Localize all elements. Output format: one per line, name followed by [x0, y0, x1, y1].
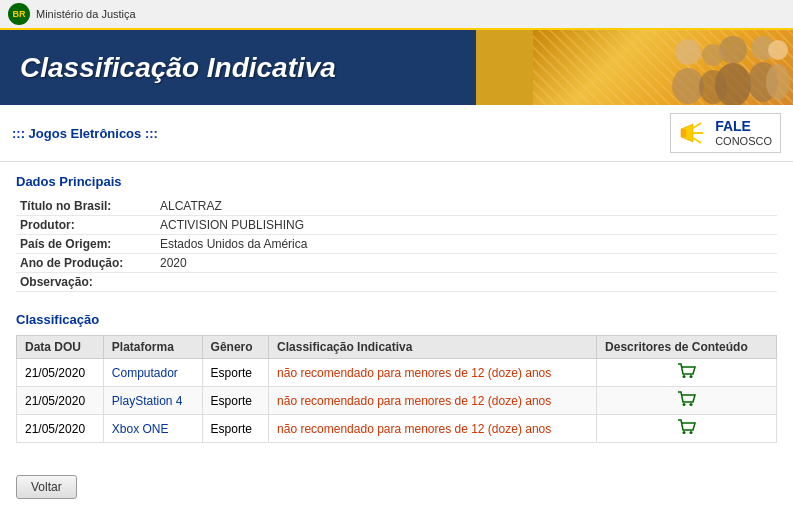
- header-banner: Classificação Indicativa: [0, 30, 793, 105]
- cart-icon[interactable]: [677, 369, 697, 383]
- voltar-button[interactable]: Voltar: [16, 475, 77, 499]
- col-genero: Gênero: [202, 336, 268, 359]
- cell-genero: Esporte: [202, 387, 268, 415]
- col-classificacao-indicativa: Classificação Indicativa: [269, 336, 597, 359]
- svg-point-20: [689, 431, 692, 434]
- header-photo: [533, 30, 793, 105]
- ano-row: Ano de Produção: 2020: [16, 254, 777, 273]
- obs-value: [156, 273, 777, 292]
- cell-plataforma[interactable]: PlayStation 4: [103, 387, 202, 415]
- titulo-row: Título no Brasil: ALCATRAZ: [16, 197, 777, 216]
- table-header-row: Data DOU Plataforma Gênero Classificação…: [17, 336, 777, 359]
- pais-label: País de Origem:: [16, 235, 156, 254]
- titulo-label: Título no Brasil:: [16, 197, 156, 216]
- cell-plataforma[interactable]: Computador: [103, 359, 202, 387]
- table-row: 21/05/2020Xbox ONEEsportenão recomendado…: [17, 415, 777, 443]
- cell-data-dou: 21/05/2020: [17, 359, 104, 387]
- dados-principais-title: Dados Principais: [16, 174, 777, 189]
- pais-value: Estados Unidos da América: [156, 235, 777, 254]
- cell-genero: Esporte: [202, 415, 268, 443]
- svg-point-7: [699, 70, 727, 104]
- button-area: Voltar: [16, 459, 777, 499]
- svg-point-18: [689, 403, 692, 406]
- classificacao-section: Classificação Data DOU Plataforma Gênero…: [16, 312, 777, 443]
- svg-point-4: [675, 39, 701, 65]
- gov-bar: BR Ministério da Justiça: [0, 0, 793, 30]
- pais-row: País de Origem: Estados Unidos da Améric…: [16, 235, 777, 254]
- svg-point-16: [689, 375, 692, 378]
- breadcrumb[interactable]: ::: Jogos Eletrônicos :::: [12, 126, 158, 141]
- col-descritores: Descritores de Conteúdo: [597, 336, 777, 359]
- svg-rect-11: [681, 129, 686, 137]
- svg-point-15: [682, 375, 685, 378]
- svg-line-12: [693, 123, 701, 128]
- cell-descritores[interactable]: [597, 359, 777, 387]
- dados-principais-table: Título no Brasil: ALCATRAZ Produtor: ACT…: [16, 197, 777, 292]
- classificacao-title: Classificação: [16, 312, 777, 327]
- svg-point-0: [719, 36, 747, 64]
- cell-classificacao[interactable]: não recomendado para menores de 12 (doze…: [269, 387, 597, 415]
- table-row: 21/05/2020ComputadorEsportenão recomenda…: [17, 359, 777, 387]
- svg-point-6: [702, 44, 724, 66]
- svg-point-9: [766, 64, 790, 100]
- header-title: Classificação Indicativa: [0, 52, 336, 84]
- fale-conosco-button[interactable]: FALE CONOSCO: [670, 113, 781, 153]
- svg-line-14: [693, 138, 701, 143]
- dados-principais-section: Dados Principais Título no Brasil: ALCAT…: [16, 174, 777, 292]
- ministry-name: Ministério da Justiça: [36, 8, 136, 20]
- cell-descritores[interactable]: [597, 387, 777, 415]
- cell-genero: Esporte: [202, 359, 268, 387]
- cart-icon[interactable]: [677, 397, 697, 411]
- col-data-dou: Data DOU: [17, 336, 104, 359]
- svg-point-19: [682, 431, 685, 434]
- ano-value: 2020: [156, 254, 777, 273]
- svg-point-8: [768, 40, 788, 60]
- gov-logo: BR: [8, 3, 30, 25]
- nav-bar: ::: Jogos Eletrônicos ::: FALE CONOSCO: [0, 105, 793, 162]
- cell-data-dou: 21/05/2020: [17, 415, 104, 443]
- cell-descritores[interactable]: [597, 415, 777, 443]
- produtor-label: Produtor:: [16, 216, 156, 235]
- obs-row: Observação:: [16, 273, 777, 292]
- produtor-value: ACTIVISION PUBLISHING: [156, 216, 777, 235]
- cell-plataforma[interactable]: Xbox ONE: [103, 415, 202, 443]
- table-row: 21/05/2020PlayStation 4Esportenão recome…: [17, 387, 777, 415]
- fale-conosco-text: FALE CONOSCO: [715, 118, 772, 148]
- cart-icon[interactable]: [677, 425, 697, 439]
- main-content: Dados Principais Título no Brasil: ALCAT…: [0, 162, 793, 509]
- megaphone-icon: [679, 120, 709, 146]
- classificacao-table: Data DOU Plataforma Gênero Classificação…: [16, 335, 777, 443]
- cell-classificacao[interactable]: não recomendado para menores de 12 (doze…: [269, 359, 597, 387]
- cell-classificacao[interactable]: não recomendado para menores de 12 (doze…: [269, 415, 597, 443]
- col-plataforma: Plataforma: [103, 336, 202, 359]
- svg-point-17: [682, 403, 685, 406]
- ano-label: Ano de Produção:: [16, 254, 156, 273]
- obs-label: Observação:: [16, 273, 156, 292]
- titulo-value: ALCATRAZ: [156, 197, 777, 216]
- produtor-row: Produtor: ACTIVISION PUBLISHING: [16, 216, 777, 235]
- cell-data-dou: 21/05/2020: [17, 387, 104, 415]
